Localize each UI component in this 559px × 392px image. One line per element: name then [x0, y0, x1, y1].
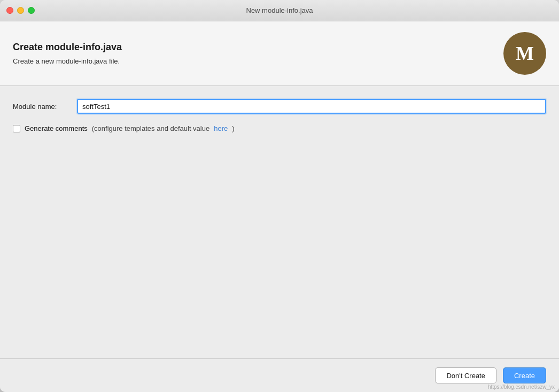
generate-comments-row: Generate comments (configure templates a… — [13, 124, 546, 132]
title-bar-title: New module-info.java — [246, 6, 313, 14]
configure-templates-link[interactable]: here — [214, 124, 228, 132]
create-button[interactable]: Create — [503, 367, 546, 383]
close-button[interactable] — [6, 7, 13, 14]
dialog-window: New module-info.java Create module-info.… — [0, 0, 559, 392]
generate-comments-label: Generate comments — [25, 124, 88, 132]
footer: Don't Create Create https://blog.csdn.ne… — [0, 358, 559, 392]
dont-create-button[interactable]: Don't Create — [435, 367, 496, 383]
generate-comments-extra: (configure templates and default value — [92, 124, 209, 132]
header-icon: M — [503, 32, 546, 75]
header-text: Create module-info.java Create a new mod… — [13, 42, 493, 65]
module-name-input[interactable] — [77, 99, 546, 114]
module-name-row: Module name: — [13, 99, 546, 114]
maximize-button[interactable] — [28, 7, 35, 14]
title-bar: New module-info.java — [0, 0, 559, 21]
traffic-lights — [6, 7, 35, 14]
generate-comments-checkbox[interactable] — [13, 125, 20, 132]
minimize-button[interactable] — [17, 7, 24, 14]
header-section: Create module-info.java Create a new mod… — [0, 21, 559, 86]
content: Create module-info.java Create a new mod… — [0, 21, 559, 392]
module-name-label: Module name: — [13, 103, 77, 111]
header-title: Create module-info.java — [13, 42, 493, 53]
generate-comments-close: ) — [232, 124, 234, 132]
watermark: https://blog.csdn.net/szw_yx — [488, 384, 555, 390]
form-section: Module name: Generate comments (configur… — [0, 86, 559, 358]
header-subtitle: Create a new module-info.java file. — [13, 57, 493, 65]
